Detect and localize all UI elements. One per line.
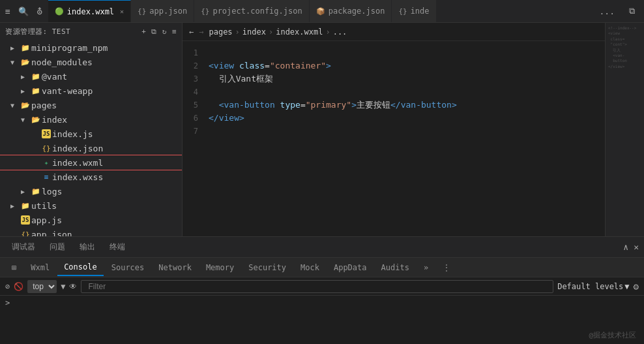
code-line-7: 7 xyxy=(183,125,605,138)
tree-item-app-js[interactable]: JS app.js xyxy=(0,213,182,227)
devtools-tab-security[interactable]: Security xyxy=(242,259,293,276)
tree-label: app.json xyxy=(31,230,72,237)
breadcrumb-item: ... xyxy=(333,27,347,37)
tree-arrow: ▼ xyxy=(10,102,20,109)
tree-label: index.js xyxy=(52,129,93,139)
file-icon-folder: 📁 xyxy=(30,187,42,196)
back-icon[interactable]: ← xyxy=(189,27,194,37)
tree-item-miniprogram_npm[interactable]: ▶ 📁 miniprogram_npm xyxy=(0,40,182,55)
code-line-6: 6</view> xyxy=(183,112,605,125)
tab-label: app.json xyxy=(149,7,187,16)
default-levels[interactable]: Default levels ▼ xyxy=(557,282,629,291)
tab-file-icon: 🟢 xyxy=(55,7,64,16)
tab-file-icon: {} xyxy=(138,7,146,16)
breadcrumb-separator: › xyxy=(325,27,330,37)
tree-item-utils[interactable]: ▶ 📁 utils xyxy=(0,198,182,213)
file-icon-json: {} xyxy=(40,144,52,153)
tab-project-config[interactable]: {} project.config.json xyxy=(194,0,310,22)
gear-icon[interactable]: ⚙ xyxy=(634,281,639,292)
devtools-tab-more[interactable]: » xyxy=(417,259,435,276)
devtools-bar: ⊞WxmlConsoleSourcesNetworkMemorySecurity… xyxy=(0,258,644,277)
search-icon[interactable]: 🔍 xyxy=(18,7,29,16)
context-selector[interactable]: top xyxy=(27,280,57,293)
devtools-tab-console[interactable]: Console xyxy=(57,259,104,276)
tree-label: index.json xyxy=(52,144,103,153)
tree-arrow: ▶ xyxy=(21,87,30,95)
tree-item-app-json[interactable]: {} app.json xyxy=(0,227,182,236)
tree-item-node_modules[interactable]: ▼ 📂 node_modules xyxy=(0,55,182,69)
tab-index-wxml[interactable]: 🟢 index.wxml ✕ xyxy=(48,0,131,22)
console-stop-icon[interactable]: 🚫 xyxy=(14,282,23,291)
tab-inde-partial[interactable]: {} inde xyxy=(392,0,436,22)
file-icon-folder: 📁 xyxy=(20,202,31,210)
tree-label: utils xyxy=(31,201,57,211)
tab-package-json[interactable]: 📦 package.json xyxy=(310,0,392,22)
console-filter-input[interactable] xyxy=(85,282,549,291)
tree-item-pages[interactable]: ▼ 📂 pages xyxy=(0,98,182,112)
sidebar-header: 资源管理器: TEST + ⧉ ↻ ≡ xyxy=(0,23,182,40)
tab-file-icon: 📦 xyxy=(316,7,325,16)
file-icon-wxml: ✦ xyxy=(40,159,52,167)
breadcrumb-item: index.wxml xyxy=(276,27,323,37)
copy-icon[interactable]: ⧉ xyxy=(151,27,157,36)
bottom-tab-issues[interactable]: 问题 xyxy=(43,238,72,257)
tree-label: logs xyxy=(42,187,62,196)
tree-item-vant-weapp[interactable]: ▶ 📁 vant-weapp xyxy=(0,84,182,98)
tree-item-index-wxml[interactable]: ✦ index.wxml xyxy=(0,155,182,170)
bottom-tab-debugger[interactable]: 调试器 xyxy=(5,238,42,257)
add-icon[interactable]: + xyxy=(141,27,146,36)
tree-label: index.wxss xyxy=(52,172,103,182)
code-editor[interactable]: 12<view class="container">3 引入Vant框架45 <… xyxy=(183,41,605,236)
tree-arrow: ▼ xyxy=(10,59,20,66)
devtools-tab-sources[interactable]: Sources xyxy=(105,259,151,276)
file-icon-folder: 📁 xyxy=(30,72,42,81)
eye-icon[interactable]: 👁 xyxy=(69,282,77,291)
collapse-panel-icon[interactable]: ∧ xyxy=(623,242,628,252)
tab-app-json[interactable]: {} app.json xyxy=(131,0,194,22)
refresh-icon[interactable]: ↻ xyxy=(162,27,167,36)
file-icon-folder: 📁 xyxy=(20,44,31,52)
devtools-tab-network[interactable]: Network xyxy=(152,259,198,276)
tree-arrow: ▶ xyxy=(21,73,30,80)
file-icon-json: {} xyxy=(20,230,31,237)
devtools-tab-audits[interactable]: Audits xyxy=(375,259,416,276)
code-line-3: 3 引入Vant框架 xyxy=(183,72,605,86)
sidebar-tree: ▶ 📁 miniprogram_npm ▼ 📂 node_modules ▶ 📁… xyxy=(0,40,182,236)
line-content: 引入Vant框架 xyxy=(209,72,605,86)
tree-item-index-folder[interactable]: ▼ 📂 index xyxy=(0,112,182,127)
collapse-icon[interactable]: ≡ xyxy=(172,27,177,36)
file-icon-wxss: ≡ xyxy=(40,173,52,181)
sidebar: 资源管理器: TEST + ⧉ ↻ ≡ ▶ 📁 miniprogram_npm … xyxy=(0,23,183,236)
devtools-tab-settings[interactable]: ⋮ xyxy=(436,259,457,276)
tree-item-index-wxss[interactable]: ≡ index.wxss xyxy=(0,170,182,184)
branch-icon[interactable]: ⛢ xyxy=(37,7,43,16)
breadcrumb-separator: › xyxy=(269,27,273,37)
devtools-tab-appdata[interactable]: AppData xyxy=(327,259,373,276)
tree-item-index-js[interactable]: JS index.js xyxy=(0,127,182,141)
devtools-tab-wxml[interactable]: Wxml xyxy=(24,259,56,276)
devtools-tab-mock[interactable]: Mock xyxy=(294,259,326,276)
bottom-panel: 调试器问题输出终端 ∧ ✕ ⊞WxmlConsoleSourcesNetwork… xyxy=(0,236,644,344)
layout-icon[interactable]: ⧉ xyxy=(625,6,639,16)
tree-item-vant[interactable]: ▶ 📁 @vant xyxy=(0,69,182,84)
file-icon-js: JS xyxy=(20,215,31,225)
devtools-tab-memory[interactable]: Memory xyxy=(199,259,241,276)
tab-more[interactable]: ... xyxy=(594,7,620,16)
bottom-tab-terminal[interactable]: 终端 xyxy=(103,238,132,257)
bottom-tab-output[interactable]: 输出 xyxy=(73,238,102,257)
menu-icon[interactable]: ≡ xyxy=(5,7,10,16)
forward-icon[interactable]: → xyxy=(199,27,203,37)
tab-close-icon[interactable]: ✕ xyxy=(120,8,124,15)
tab-file-icon: {} xyxy=(201,7,209,16)
breadcrumb-separator: › xyxy=(235,27,240,37)
titlebar-icons: ≡ 🔍 ⛢ xyxy=(5,7,43,16)
file-icon-folder: 📂 xyxy=(20,58,31,67)
tree-label: vant-weapp xyxy=(42,86,93,96)
console-ban-icon[interactable]: ⊘ xyxy=(5,282,10,291)
tree-item-index-json[interactable]: {} index.json xyxy=(0,141,182,155)
breadcrumb-item: pages xyxy=(209,27,232,37)
devtools-tab-devtools-icon[interactable]: ⊞ xyxy=(5,259,23,276)
bottom-tabs-bar: 调试器问题输出终端 ∧ ✕ xyxy=(0,237,644,258)
close-panel-icon[interactable]: ✕ xyxy=(634,242,639,252)
tree-item-logs[interactable]: ▶ 📁 logs xyxy=(0,184,182,198)
